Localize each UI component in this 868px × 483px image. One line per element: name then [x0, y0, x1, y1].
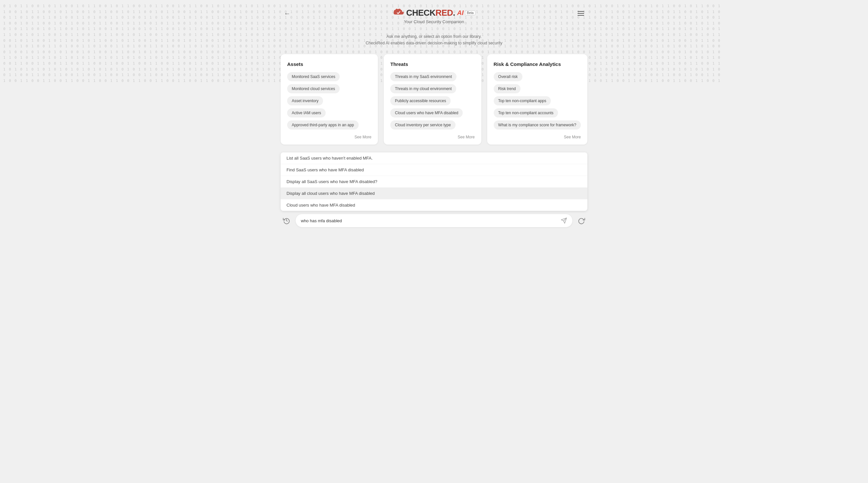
card-assets: Assets Monitored SaaS services Monitored…: [281, 54, 378, 145]
chip-threats-cloud[interactable]: Threats in my cloud environment: [390, 84, 456, 93]
chip-cloud-inventory[interactable]: Cloud inventory per service type: [390, 120, 455, 129]
logo-red: RED: [436, 8, 453, 18]
history-icon: [283, 217, 290, 224]
chip-mfa-disabled[interactable]: Cloud users who have MFA disabled: [390, 108, 463, 118]
autocomplete-box: List all SaaS users who haven't enabled …: [281, 152, 587, 211]
menu-button[interactable]: [578, 11, 584, 16]
chat-input[interactable]: [301, 218, 561, 223]
menu-line-2: [578, 13, 584, 14]
send-button[interactable]: [561, 217, 567, 224]
chip-compliance-score[interactable]: What is my compliance score for framewor…: [494, 120, 581, 129]
autocomplete-item-0[interactable]: List all SaaS users who haven't enabled …: [281, 152, 587, 164]
chip-active-iam[interactable]: Active IAM users: [287, 108, 326, 118]
history-button[interactable]: [281, 215, 292, 227]
logo-row: CHECKRED. AI Beta: [393, 8, 476, 18]
chip-monitored-saas[interactable]: Monitored SaaS services: [287, 72, 340, 81]
input-container: [296, 214, 572, 227]
autocomplete-area: List all SaaS users who haven't enabled …: [277, 152, 591, 211]
chip-publicly-accessible[interactable]: Publicly accessible resources: [390, 96, 451, 105]
chip-monitored-cloud[interactable]: Monitored cloud services: [287, 84, 340, 93]
beta-badge: Beta: [465, 10, 476, 16]
chip-risk-trend[interactable]: Risk trend: [494, 84, 521, 93]
chip-list-risk: Overall risk Risk trend Top ten non-comp…: [494, 72, 581, 129]
back-button[interactable]: ←: [284, 10, 290, 17]
chip-overall-risk[interactable]: Overall risk: [494, 72, 522, 81]
cards-row: Assets Monitored SaaS services Monitored…: [277, 54, 591, 145]
chip-list-threats: Threats in my SaaS environment Threats i…: [390, 72, 474, 129]
chip-approved-apps[interactable]: Approved third-party apps in an app: [287, 120, 359, 129]
card-threats-title: Threats: [390, 61, 474, 67]
chip-non-compliant-accounts[interactable]: Top ten non-compliant accounts: [494, 108, 558, 118]
card-risk: Risk & Compliance Analytics Overall risk…: [487, 54, 587, 145]
risk-see-more[interactable]: See More: [494, 135, 581, 139]
autocomplete-item-2[interactable]: Display all SaaS users who have MFA disa…: [281, 176, 587, 188]
card-threats: Threats Threats in my SaaS environment T…: [384, 54, 481, 145]
input-bar-area: [277, 214, 591, 227]
menu-line-3: [578, 15, 584, 16]
card-assets-title: Assets: [287, 61, 371, 67]
threats-see-more[interactable]: See More: [390, 135, 474, 139]
autocomplete-item-3[interactable]: Display all cloud users who have MFA dis…: [281, 188, 587, 200]
card-risk-title: Risk & Compliance Analytics: [494, 61, 581, 67]
logo-dot: .: [453, 8, 455, 18]
chip-non-compliant-apps[interactable]: Top ten non-compliant apps: [494, 96, 551, 105]
assets-see-more[interactable]: See More: [287, 135, 371, 139]
refresh-button[interactable]: [576, 215, 587, 227]
menu-line-1: [578, 11, 584, 12]
chip-list-assets: Monitored SaaS services Monitored cloud …: [287, 72, 371, 129]
logo-cloud-icon: [393, 8, 404, 18]
page-wrapper: ← CHECKRED. AI Beta Your Cloud Security …: [277, 0, 591, 483]
chip-threats-saas[interactable]: Threats in my SaaS environment: [390, 72, 457, 81]
refresh-icon: [578, 217, 585, 224]
logo-text: CHECKRED.: [406, 8, 455, 18]
ai-text: AI: [457, 9, 464, 17]
autocomplete-item-4[interactable]: Cloud users who have MFA disabled: [281, 200, 587, 211]
subtitle-line2: CheckRed AI enables data-driven decision…: [366, 40, 502, 46]
chip-asset-inventory[interactable]: Asset inventory: [287, 96, 323, 105]
subtitle-line1: Ask me anything, or select an option fro…: [366, 33, 502, 40]
send-icon: [561, 217, 567, 224]
tagline: Your Cloud Security Companion: [404, 19, 464, 24]
header: ← CHECKRED. AI Beta Your Cloud Security …: [277, 0, 591, 27]
ai-badge-wrap: AI Beta: [457, 9, 476, 17]
subtitle-area: Ask me anything, or select an option fro…: [366, 33, 502, 46]
logo-check: CHECK: [406, 8, 436, 18]
logo-area: CHECKRED. AI Beta Your Cloud Security Co…: [393, 8, 476, 24]
autocomplete-item-1[interactable]: Find SaaS users who have MFA disabled: [281, 164, 587, 176]
